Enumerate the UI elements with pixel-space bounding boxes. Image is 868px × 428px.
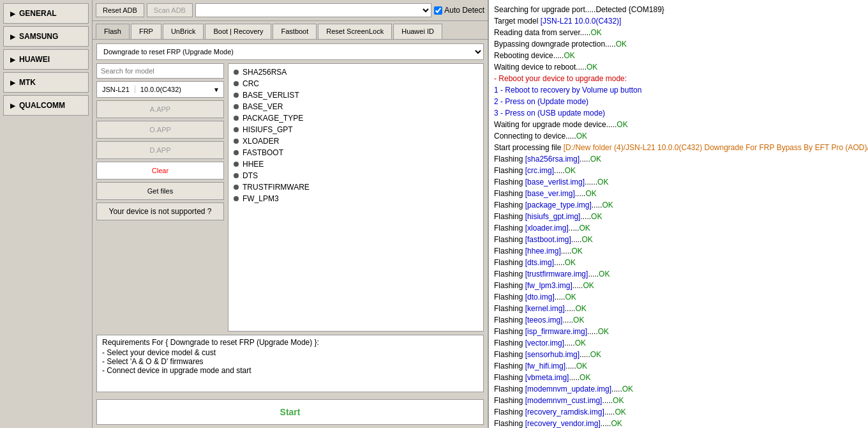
sidebar-item-mtk[interactable]: ▶MTK xyxy=(3,72,89,93)
log-text: Flashing xyxy=(494,339,525,348)
tab-flash[interactable]: Flash xyxy=(96,24,130,39)
file-list: SHA256RSACRCBASE_VERLISTBASE_VERPACKAGE_… xyxy=(228,63,484,332)
file-list-item: XLOADER xyxy=(234,135,478,147)
sidebar-item-qualcomm[interactable]: ▶QUALCOMM xyxy=(3,95,89,116)
log-text: Bypassing downgrade protection..... xyxy=(494,40,616,49)
a-app-button[interactable]: A.APP xyxy=(96,100,224,118)
sidebar-arrow-mtk: ▶ xyxy=(10,79,15,86)
file-dot xyxy=(234,127,239,132)
log-text: Flashing xyxy=(494,281,525,290)
log-text: ..... xyxy=(561,247,572,256)
log-line: Flashing [fw_hifi.img].....OK xyxy=(494,360,863,372)
o-app-button[interactable]: O.APP xyxy=(96,121,224,139)
requirements-line: - Select 'A & O & D' firmwares xyxy=(102,357,478,366)
sidebar-arrow-qualcomm: ▶ xyxy=(10,102,15,109)
file-dot xyxy=(234,70,239,75)
tab-reset_screenlock[interactable]: Reset ScreenLock xyxy=(318,24,392,39)
log-text: Target model xyxy=(494,17,541,26)
tab-bar: FlashFRPUnBrickBoot | RecoveryFastbootRe… xyxy=(93,21,488,40)
log-text: Searching for upgrade port.....Detected … xyxy=(494,5,664,14)
search-input[interactable] xyxy=(96,63,224,79)
log-text: 1 - Reboot to recovery by Volume up butt… xyxy=(494,86,641,95)
tab-unbrick[interactable]: UnBrick xyxy=(163,24,204,39)
file-dot xyxy=(234,116,239,121)
reset-adb-button[interactable]: Reset ADB xyxy=(96,3,144,17)
log-text: ...... xyxy=(585,178,597,187)
tab-huawei_id[interactable]: Huawei ID xyxy=(393,24,442,39)
log-line: Flashing [kernel.img].....OK xyxy=(494,303,863,314)
main-panel: Reset ADB Scan ADB Auto Detect FlashFRPU… xyxy=(93,0,488,428)
requirements-line: - Select your device model & cust xyxy=(102,348,478,357)
log-text: [modemnvm_cust.img] xyxy=(525,396,602,405)
sidebar-label-huawei: HUAWEI xyxy=(19,55,50,64)
tab-fastboot[interactable]: Fastboot xyxy=(273,24,317,39)
log-text: OK xyxy=(590,350,601,359)
log-text: OK xyxy=(598,327,609,336)
file-list-item: FASTBOOT xyxy=(234,147,478,158)
tab-frp[interactable]: FRP xyxy=(131,24,161,39)
scan-adb-button[interactable]: Scan ADB xyxy=(147,3,193,17)
d-app-button[interactable]: D.APP xyxy=(96,141,224,159)
toolbar: Reset ADB Scan ADB Auto Detect xyxy=(93,0,488,21)
log-text: OK xyxy=(611,419,622,428)
requirements-box: Requirements For { Downgrade to reset FR… xyxy=(96,335,484,392)
log-text: [dto.img] xyxy=(525,293,555,302)
log-text: OK xyxy=(590,28,601,37)
log-line: Waiting device to reboot.....OK xyxy=(494,61,863,73)
log-line: Flashing [dto.img].....OK xyxy=(494,291,863,303)
log-text: [xloader.img] xyxy=(525,224,569,233)
log-text: Flashing xyxy=(494,166,525,175)
log-text: [teeos.img] xyxy=(525,316,563,325)
log-text: OK xyxy=(597,178,608,187)
auto-detect-label: Auto Detect xyxy=(444,6,484,15)
log-text: OK xyxy=(613,396,624,405)
log-text: ..... xyxy=(571,235,582,244)
log-line: Flashing [recovery_vendor.img].....OK xyxy=(494,418,863,428)
log-line: Flashing [crc.img].....OK xyxy=(494,165,863,176)
log-text: Flashing xyxy=(494,350,525,359)
log-text: Flashing xyxy=(494,155,525,164)
log-line: Flashing [modemnvm_cust.img].....OK xyxy=(494,395,863,406)
file-list-item: FW_LPM3 xyxy=(234,193,478,204)
sidebar-item-huawei[interactable]: ▶HUAWEI xyxy=(3,49,89,70)
log-text: Flashing xyxy=(494,419,525,428)
log-text: 3 - Press on (USB update mode) xyxy=(494,109,605,118)
log-text: Flashing xyxy=(494,189,525,198)
file-dot xyxy=(234,81,239,86)
log-text: ..... xyxy=(564,339,575,348)
log-line: Searching for upgrade port.....Detected … xyxy=(494,4,863,15)
file-name: HHEE xyxy=(243,160,264,169)
log-line: Flashing [vector.img].....OK xyxy=(494,337,863,349)
log-line: Rebooting device.....OK xyxy=(494,50,863,61)
auto-detect-checkbox[interactable] xyxy=(434,6,442,15)
log-text: Flashing xyxy=(494,201,525,210)
file-name: HISIUFS_GPT xyxy=(243,125,293,134)
start-button[interactable]: Start xyxy=(96,399,484,425)
auto-detect-checkbox-group: Auto Detect xyxy=(434,6,484,15)
file-name: XLOADER xyxy=(243,137,279,146)
file-name: FW_LPM3 xyxy=(243,194,279,203)
file-dot xyxy=(234,104,239,109)
file-list-item: BASE_VERLIST xyxy=(234,89,478,101)
log-line: Flashing [isp_firmware.img].....OK xyxy=(494,326,863,337)
clear-button[interactable]: Clear xyxy=(96,162,224,180)
get-files-button[interactable]: Get files xyxy=(96,182,224,200)
log-text: Flashing xyxy=(494,408,525,417)
log-text: ..... xyxy=(602,396,613,405)
log-text: [fastboot.img] xyxy=(525,235,571,244)
mode-dropdown[interactable]: Downgrade to reset FRP (Upgrade Mode) xyxy=(96,43,484,60)
sidebar-item-samsung[interactable]: ▶SAMSUNG xyxy=(3,26,89,47)
log-text: [fw_hifi.img] xyxy=(525,362,565,371)
tab-boot_recovery[interactable]: Boot | Recovery xyxy=(205,24,271,39)
log-text: Reading data from server..... xyxy=(494,28,590,37)
sidebar-item-general[interactable]: ▶GENERAL xyxy=(3,3,89,24)
log-text: OK xyxy=(587,63,597,72)
port-select[interactable] xyxy=(195,3,431,17)
log-text: ..... xyxy=(569,373,580,382)
model-dropdown-arrow[interactable]: ▼ xyxy=(209,86,223,93)
log-text: ..... xyxy=(580,350,590,359)
log-text: ..... xyxy=(562,316,573,325)
log-text: [recovery_ramdisk.img] xyxy=(525,408,604,417)
file-name: PACKAGE_TYPE xyxy=(243,114,303,123)
log-text: [D:/New folder (4)/JSN-L21 10.0.0(C432) … xyxy=(564,143,868,152)
